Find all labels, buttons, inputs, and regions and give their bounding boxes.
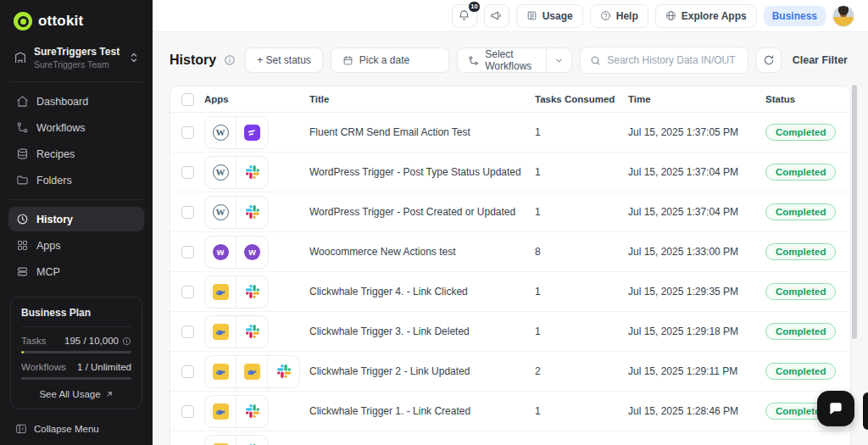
clear-filter-button[interactable]: Clear Filter [789, 54, 851, 66]
sidebar-item-label: History [36, 214, 73, 225]
sidebar-item-apps[interactable]: Apps [8, 233, 144, 258]
table-row[interactable]: Clickwhale Trigger 4. - Link Clicked 1 J… [170, 272, 850, 312]
row-title: WordPress Trigger - Post Created or Upda… [309, 206, 535, 218]
sidebar-item-folders[interactable]: Folders [8, 168, 144, 192]
chat-widget-button[interactable] [817, 391, 854, 426]
slack-icon [236, 276, 268, 308]
table-row[interactable]: W WordPress Trigger - Post Type Status U… [170, 153, 850, 192]
workflow-icon [468, 55, 479, 66]
table-row[interactable] [170, 431, 850, 445]
info-icon[interactable] [122, 337, 131, 346]
slack-icon [236, 316, 268, 348]
external-arrow-icon [105, 390, 114, 398]
status-badge: Completed [765, 363, 836, 380]
notifications-button[interactable]: 10 [452, 4, 477, 28]
wordpress-icon: W [205, 117, 236, 148]
sidebar-item-dashboard[interactable]: Dashboard [8, 89, 144, 114]
row-checkbox[interactable] [181, 365, 194, 378]
row-checkbox[interactable] [181, 246, 194, 259]
workflows-usage-value: 1 / Unlimited [77, 362, 131, 372]
usage-label: Usage [542, 10, 573, 22]
slack-icon [236, 157, 268, 188]
sidebar-item-label: Folders [36, 175, 72, 186]
info-icon[interactable] [224, 54, 236, 66]
chevron-updown-icon [129, 52, 139, 64]
clickwhale-icon [205, 316, 236, 348]
select-workflows-label: Select Workflows [485, 48, 536, 72]
table-row[interactable]: Clickwhale Trigger 3. - Link Deleted 1 J… [170, 312, 850, 352]
select-all-checkbox[interactable] [181, 93, 194, 106]
sidebar-item-history[interactable]: History [8, 207, 144, 231]
row-title: Woocommerce New Actions test [309, 246, 535, 258]
status-badge: Completed [765, 243, 836, 260]
search-input[interactable] [607, 54, 738, 66]
sidebar-item-recipes[interactable]: Recipes [8, 142, 144, 166]
status-badge: Completed [765, 124, 836, 141]
tasks-progress-fill [21, 351, 24, 353]
scrollbar-thumb[interactable] [852, 85, 857, 339]
chevron-down-icon [554, 56, 564, 65]
help-button[interactable]: Help [590, 4, 648, 28]
table-row[interactable]: Clickwhale Trigger 2 - Link Updated 2 Ju… [170, 352, 850, 392]
tasks-usage-value: 195 / 10,000 [64, 336, 119, 346]
row-tasks-consumed: 1 [535, 126, 628, 138]
table-row[interactable]: Clickwhale Trigger 1. - Link Created 1 J… [170, 392, 850, 431]
table-row[interactable]: W Fluent CRM Send Email Action Test 1 Ju… [170, 113, 850, 153]
bell-icon [458, 9, 470, 22]
workflows-chevron-button[interactable] [546, 48, 571, 72]
tasks-label: Tasks [21, 336, 46, 346]
explore-apps-button[interactable]: Explore Apps [655, 4, 757, 28]
row-time: Jul 15, 2025 1:29:11 PM [628, 365, 765, 377]
sidebar-item-workflows[interactable]: Workflows [8, 115, 144, 140]
topbar: 10 Usage Help Explore Apps Business [153, 0, 868, 32]
select-workflows-button[interactable]: Select Workflows [458, 48, 546, 72]
select-workflows-dropdown: Select Workflows [457, 47, 572, 73]
row-time: Jul 15, 2025 1:37:04 PM [628, 166, 765, 178]
home-icon [16, 95, 29, 108]
collapse-menu-button[interactable]: Collapse Menu [8, 418, 144, 437]
team-subtitle: SureTriggers Team [34, 59, 122, 70]
sidebar-item-mcp[interactable]: MCP [8, 259, 144, 284]
usage-button[interactable]: Usage [516, 4, 583, 28]
row-tasks-consumed: 1 [535, 325, 628, 337]
app-window: ottokit SureTriggers Test Te... SureTrig… [0, 0, 868, 445]
plan-tier-badge[interactable]: Business [764, 6, 826, 26]
tasks-progress-bar [21, 351, 131, 353]
row-title: Clickwhale Trigger 4. - Link Clicked [309, 286, 535, 298]
row-tasks-consumed: 1 [535, 286, 628, 298]
see-all-usage-link[interactable]: See All Usage [21, 380, 131, 401]
workflows-progress-bar [21, 377, 131, 380]
announcements-button[interactable] [484, 4, 509, 28]
row-apps [204, 355, 300, 388]
history-clock-icon [16, 213, 29, 225]
row-checkbox[interactable] [181, 325, 194, 338]
column-header-time: Time [628, 94, 765, 104]
help-icon [600, 10, 611, 21]
workflows-label: Workflows [21, 362, 66, 372]
refresh-button[interactable] [756, 47, 781, 73]
collapse-panel-icon [15, 423, 27, 435]
pick-date-label: Pick a date [359, 54, 409, 66]
table-row[interactable]: W WordPress Trigger - Post Created or Up… [170, 192, 850, 232]
team-selector[interactable]: SureTriggers Test Te... SureTriggers Tea… [8, 39, 144, 80]
row-tasks-consumed: 8 [535, 246, 628, 258]
row-checkbox[interactable] [181, 126, 194, 139]
row-checkbox[interactable] [181, 166, 194, 179]
status-badge: Completed [765, 164, 836, 181]
row-apps [204, 435, 269, 445]
building-icon [14, 51, 27, 64]
clickwhale-icon [236, 356, 268, 387]
column-header-tasks: Tasks Consumed [535, 94, 628, 104]
table-row[interactable]: ww Woocommerce New Actions test 8 Jul 15… [170, 232, 850, 272]
row-checkbox[interactable] [181, 405, 194, 418]
brand-logo-text: ottokit [38, 13, 83, 30]
sidebar-item-label: MCP [36, 266, 60, 278]
divider [10, 81, 142, 82]
history-toolbar: History + Set status Pick a date Select … [170, 47, 851, 74]
row-checkbox[interactable] [181, 286, 194, 298]
pick-date-button[interactable]: Pick a date [331, 47, 449, 73]
row-checkbox[interactable] [181, 206, 194, 219]
set-status-button[interactable]: + Set status [245, 47, 323, 73]
grid-icon [16, 239, 29, 252]
user-avatar[interactable] [832, 5, 854, 27]
